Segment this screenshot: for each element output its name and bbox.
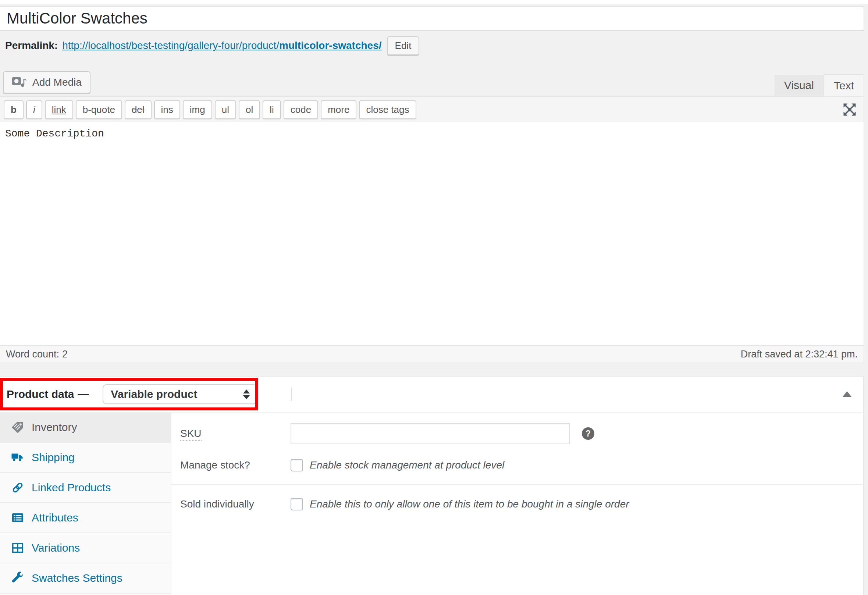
ul-button[interactable]: ul xyxy=(215,100,236,119)
tab-label: Attributes xyxy=(32,512,78,524)
manage-stock-label: Manage stock? xyxy=(180,459,291,471)
select-arrows-icon xyxy=(243,390,250,399)
tab-label: Shipping xyxy=(32,451,75,464)
word-count-label: Word count: xyxy=(6,348,59,360)
tab-label: Linked Products xyxy=(32,481,111,494)
product-title-input[interactable] xyxy=(0,6,864,31)
truck-icon xyxy=(11,451,24,464)
draft-saved-text: Draft saved at 2:32:41 pm. xyxy=(741,348,858,360)
ins-button[interactable]: ins xyxy=(154,100,180,119)
tab-text[interactable]: Text xyxy=(824,74,864,96)
link-icon xyxy=(11,481,24,494)
permalink-url-prefix: http://localhost/best-testing/gallery-fo… xyxy=(62,40,279,51)
editor-toolbar: b i link b-quote del ins img ul ol li co… xyxy=(0,97,864,122)
sold-individually-description: Enable this to only allow one of this it… xyxy=(310,498,629,510)
top-strip xyxy=(0,0,868,4)
permalink-label: Permalink: xyxy=(5,40,58,52)
sold-individually-checkbox[interactable] xyxy=(291,498,303,511)
tag-icon xyxy=(11,421,24,434)
manage-stock-row: Manage stock? Enable stock management at… xyxy=(180,459,863,471)
product-data-title: Product data xyxy=(7,388,74,400)
sold-individually-row: Sold individually Enable this to only al… xyxy=(180,498,863,511)
product-type-select[interactable]: Variable product xyxy=(103,384,257,404)
help-icon[interactable]: ? xyxy=(582,427,594,440)
tab-variations[interactable]: Variations xyxy=(0,533,171,563)
link-button[interactable]: link xyxy=(45,100,73,119)
edit-permalink-button[interactable]: Edit xyxy=(387,36,420,55)
fullscreen-icon[interactable] xyxy=(841,102,858,118)
tab-shipping[interactable]: Shipping xyxy=(0,443,171,473)
editor-status-bar: Word count:2 Draft saved at 2:32:41 pm. xyxy=(0,345,864,363)
product-data-body: Inventory Shipping xyxy=(0,412,863,595)
tab-label: Swatches Settings xyxy=(32,572,123,584)
bold-button[interactable]: b xyxy=(4,100,24,119)
header-separator xyxy=(291,388,292,401)
word-count: Word count:2 xyxy=(6,348,71,360)
inventory-panel: SKU ? Manage stock? Enable stock managem… xyxy=(171,413,863,595)
product-data-panel: Product data — Variable product Inventor… xyxy=(0,376,864,595)
code-button[interactable]: code xyxy=(283,100,318,119)
sku-label: SKU xyxy=(180,428,291,440)
permalink-url-slug: multicolor-swatches/ xyxy=(279,40,382,51)
tab-swatches-settings[interactable]: Swatches Settings xyxy=(0,563,171,594)
section-divider xyxy=(171,484,863,485)
tab-label: Variations xyxy=(32,542,80,554)
attributes-icon xyxy=(11,511,24,524)
product-data-header: Product data — Variable product xyxy=(0,376,863,412)
tab-inventory[interactable]: Inventory xyxy=(0,413,171,443)
tab-label: Inventory xyxy=(32,421,77,434)
manage-stock-checkbox[interactable] xyxy=(291,459,303,471)
permalink-url[interactable]: http://localhost/best-testing/gallery-fo… xyxy=(62,40,381,52)
editor-textarea[interactable]: Some Description xyxy=(0,122,864,345)
italic-button[interactable]: i xyxy=(26,100,42,119)
sku-row: SKU ? xyxy=(180,423,863,444)
word-count-value: 2 xyxy=(62,348,68,360)
del-button[interactable]: del xyxy=(125,100,152,119)
product-data-tabs: Inventory Shipping xyxy=(0,413,171,595)
blockquote-button[interactable]: b-quote xyxy=(76,100,122,119)
close-tags-button[interactable]: close tags xyxy=(359,100,416,119)
collapse-toggle-icon[interactable] xyxy=(842,391,852,397)
tab-attributes[interactable]: Attributes xyxy=(0,503,171,533)
editor: b i link b-quote del ins img ul ol li co… xyxy=(0,96,864,363)
li-button[interactable]: li xyxy=(263,100,281,119)
sku-input[interactable] xyxy=(291,423,570,444)
img-button[interactable]: img xyxy=(183,100,212,119)
tab-linked-products[interactable]: Linked Products xyxy=(0,473,171,503)
manage-stock-description: Enable stock management at product level xyxy=(310,459,504,471)
sold-individually-label: Sold individually xyxy=(180,498,291,510)
tab-visual[interactable]: Visual xyxy=(775,75,824,96)
grid-icon xyxy=(11,541,24,555)
editor-mode-tabs: Visual Text xyxy=(0,74,864,96)
more-button[interactable]: more xyxy=(321,100,356,119)
product-data-dash: — xyxy=(78,388,89,400)
permalink: Permalink: http://localhost/best-testing… xyxy=(5,36,419,55)
wrench-icon xyxy=(11,571,24,585)
ol-button[interactable]: ol xyxy=(239,100,260,119)
product-type-value: Variable product xyxy=(111,388,197,400)
